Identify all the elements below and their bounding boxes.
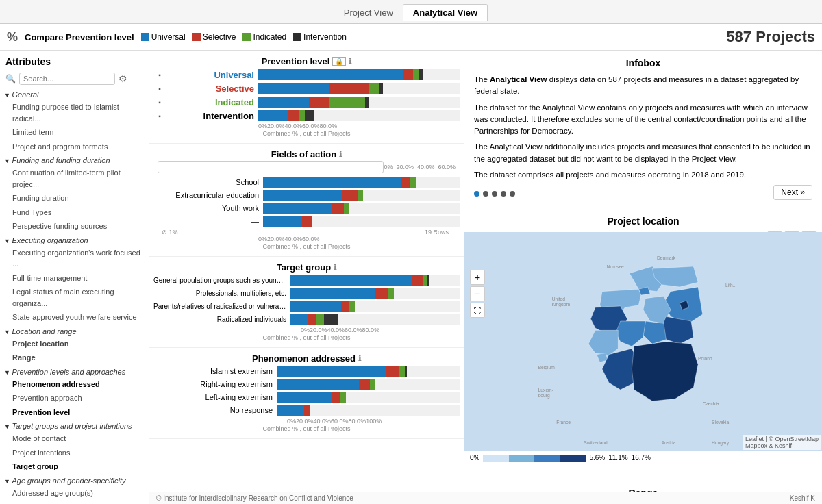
ph-islamist-row: Islamist extremism [153, 366, 460, 377]
infobox-para-2: The dataset for the Analytical View cont… [474, 102, 812, 138]
target-footer: Combined % , out of all Projects [153, 333, 460, 342]
ph-noresponse-bar [277, 405, 460, 416]
fields-info-icon[interactable]: ℹ [339, 150, 342, 159]
selective-dot [192, 33, 201, 41]
prevention-level-section: Prevention level 🔒 ℹ ▪ Universal ▪ Selec… [149, 51, 464, 144]
school-bar [263, 177, 460, 188]
sidebar-item-fulltime-mgmt[interactable]: Full-time management [0, 271, 149, 286]
tg-parents-row: Parents/relatives of radicalized or vuln… [153, 301, 460, 312]
selective-icon: ▪ [153, 85, 166, 92]
sidebar-item-fund-types[interactable]: Fund Types [0, 205, 149, 220]
sidebar-item-mode-of-contact[interactable]: Mode of contact [0, 431, 149, 446]
sidebar-group-location[interactable]: Location and range [0, 325, 149, 337]
svg-text:Switzerland: Switzerland [584, 440, 608, 445]
gear-icon[interactable]: ⚙ [119, 73, 127, 84]
sidebar-item-funding-purpose[interactable]: Funding purpose tied to Islamist radical… [0, 100, 149, 125]
phenomenon-info-icon[interactable]: ℹ [358, 354, 361, 363]
svg-text:Nordsee: Nordsee [607, 264, 624, 269]
fields-search-input[interactable] [158, 161, 384, 173]
sidebar-item-project-intentions[interactable]: Project intentions [0, 446, 149, 460]
fields-axis: 0% 20.0% 40.0% 60.0% [153, 236, 460, 242]
legend-selective: Selective [192, 32, 236, 42]
sidebar-item-project-program-formats[interactable]: Project and program formats [0, 140, 149, 154]
tab-analytical-view[interactable]: Analytical View [403, 4, 488, 21]
ph-leftwing-bar [277, 392, 460, 403]
map-zoom-out[interactable]: − [470, 286, 485, 301]
sidebar-group-target[interactable]: Target groups and project intentions [0, 419, 149, 431]
sidebar: Attributes 🔍 ⚙ General Funding purpose t… [0, 51, 149, 504]
map-title-bar: Project location ℹ ≡ ⊡ [464, 207, 822, 232]
dot-1[interactable] [474, 191, 480, 197]
sidebar-item-limited-term[interactable]: Limited term [0, 125, 149, 140]
infobox-para-4: The dataset comprises all projects and m… [474, 169, 812, 181]
sidebar-group-executing[interactable]: Executing organization [0, 234, 149, 246]
dot-5[interactable] [510, 191, 515, 197]
target-group-title: Target group ℹ [153, 262, 460, 273]
sidebar-item-gender-specific[interactable]: Gender-specific [0, 500, 149, 504]
dot-3[interactable] [492, 191, 497, 197]
sidebar-item-exec-work-focused[interactable]: Executing organization's work focused ..… [0, 246, 149, 271]
svg-text:Hungary: Hungary [712, 440, 730, 446]
tg-professionals-bar [290, 288, 460, 299]
field-youth-work-row: Youth work [153, 203, 460, 214]
fields-footer: Combined % , out of all Projects [153, 242, 460, 251]
sidebar-item-age-groups[interactable]: Addressed age group(s) [0, 486, 149, 501]
svg-text:France: France [556, 420, 571, 425]
tab-project-view[interactable]: Project View [334, 5, 403, 21]
intervention-icon: ▪ [153, 112, 166, 120]
tg-radicalized-bar [290, 314, 460, 325]
sidebar-item-legal-status[interactable]: Legal status of main executing organiza.… [0, 285, 149, 310]
map-reset[interactable]: ⛶ [470, 303, 485, 318]
dot-4[interactable] [501, 191, 506, 197]
search-icon: 🔍 [5, 74, 16, 84]
next-button[interactable]: Next » [773, 185, 812, 200]
sidebar-group-general[interactable]: General [0, 88, 149, 100]
search-input[interactable] [19, 73, 115, 85]
phenomenon-section: Phenomenon addressed ℹ Islamist extremis… [149, 348, 464, 439]
svg-text:Denmark: Denmark [657, 255, 676, 260]
svg-text:Austria: Austria [662, 440, 676, 445]
map-zoom-in[interactable]: + [470, 270, 485, 285]
dot-2[interactable] [483, 191, 488, 197]
svg-text:Kingdom: Kingdom [552, 302, 571, 307]
target-info-icon[interactable]: ℹ [334, 263, 336, 272]
legend-intervention: Intervention [293, 32, 347, 42]
sidebar-item-phenomenon-addressed[interactable]: Phenomenon addressed [0, 377, 149, 392]
svg-text:United: United [552, 297, 566, 301]
sidebar-item-funding-duration[interactable]: Funding duration [0, 191, 149, 205]
sidebar-group-prevention[interactable]: Prevention levels and approaches [0, 365, 149, 377]
universal-green-seg [413, 69, 419, 80]
sidebar-item-project-location[interactable]: Project location [0, 337, 149, 351]
prevention-info-icon[interactable]: ℹ [349, 57, 351, 66]
sidebar-group-funding[interactable]: Funding and funding duration [0, 153, 149, 166]
ph-rightwing-row: Right-wing extremism [153, 379, 460, 390]
phenomenon-footer: Combined % , out of all Projects [153, 425, 460, 433]
ph-islamist-bar [277, 366, 460, 377]
sidebar-item-perspective-funding[interactable]: Perspective funding sources [0, 219, 149, 234]
sidebar-item-range[interactable]: Range [0, 351, 149, 365]
fields-of-action-title: Fields of action ℹ [153, 149, 460, 160]
map-container[interactable]: United Kingdom Belgium Luxem- bourg Fran… [464, 232, 822, 451]
fields-of-action-section: Fields of action ℹ 0% 20.0% 40.0% 60.0% … [149, 144, 464, 257]
center-panel: Prevention level 🔒 ℹ ▪ Universal ▪ Selec… [149, 51, 464, 504]
prevention-lock-icon[interactable]: 🔒 [332, 57, 346, 66]
tg-radicalized-row: Radicalized individuals [153, 314, 460, 325]
sidebar-item-state-approved[interactable]: State-approved youth welfare service [0, 310, 149, 325]
percent-symbol: % [7, 30, 18, 45]
sidebar-item-prevention-approach[interactable]: Prevention approach [0, 391, 149, 405]
map-title: Project location [607, 212, 679, 231]
map-section: Project location ℹ ≡ ⊡ United Kingdom Be… [464, 207, 822, 481]
sidebar-item-continuation[interactable]: Continuation of limited-term pilot proje… [0, 166, 149, 191]
ph-noresponse-row: No response [153, 405, 460, 416]
selective-bar [258, 83, 460, 94]
sidebar-group-age[interactable]: Age groups and gender-specificity [0, 474, 149, 486]
filter-info: ⊘ 1% [158, 229, 178, 236]
universal-dark-seg [419, 69, 423, 80]
map-legend: 0% 5.6% 11.1% 16.7% [464, 451, 822, 464]
project-count: 587 Projects [726, 28, 815, 46]
sidebar-item-target-group[interactable]: Target group [0, 459, 149, 474]
svg-rect-0 [529, 232, 757, 451]
prev-bar-intervention: ▪ Intervention [153, 110, 460, 121]
sidebar-item-prevention-level[interactable]: Prevention level [0, 405, 149, 420]
svg-text:Belgium: Belgium [538, 365, 556, 370]
